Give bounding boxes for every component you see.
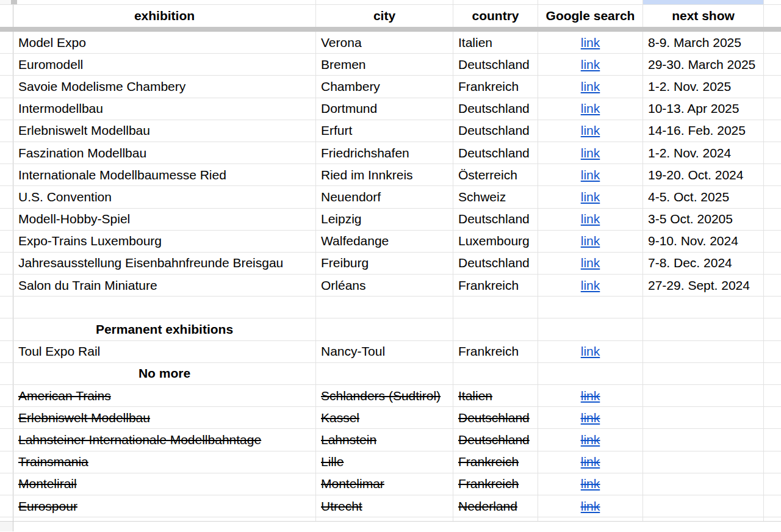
cell-country[interactable]: [453, 517, 538, 521]
cell-google-search[interactable]: link: [538, 275, 643, 296]
cell-city[interactable]: Friedrichshafen: [316, 142, 453, 164]
cell-exhibition[interactable]: American Trains: [13, 385, 316, 406]
google-search-link[interactable]: link: [581, 499, 600, 514]
cell-tail[interactable]: [764, 164, 781, 185]
cell-exhibition[interactable]: [17, 0, 316, 4]
cell-google-search[interactable]: [538, 363, 643, 384]
cell-country[interactable]: [453, 363, 538, 384]
cell-next-show[interactable]: [643, 341, 764, 362]
cell-city[interactable]: Chambery: [316, 76, 453, 97]
cell-next-show[interactable]: 3-5 Oct. 20205: [643, 209, 764, 230]
cell-exhibition[interactable]: Trainsmania: [13, 451, 316, 473]
cell-next-show[interactable]: [643, 495, 764, 517]
cell-country[interactable]: Luxembourg: [453, 231, 538, 252]
google-search-link[interactable]: link: [581, 79, 600, 94]
cell-next-show[interactable]: 7-8. Dec. 2024: [643, 253, 764, 274]
cell-tail[interactable]: [764, 32, 781, 53]
cell-exhibition[interactable]: Erlebniswelt Modellbau: [13, 120, 316, 142]
cell-next-show[interactable]: [643, 297, 764, 318]
cell-exhibition[interactable]: Toul Expo Rail: [13, 341, 316, 362]
cell-exhibition[interactable]: [13, 517, 316, 521]
cell-tail[interactable]: [764, 363, 781, 384]
google-search-link[interactable]: link: [581, 190, 600, 204]
cell-google-search[interactable]: link: [538, 164, 643, 185]
cell-google-search[interactable]: link: [538, 429, 643, 450]
cell-city[interactable]: Utrecht: [316, 495, 453, 517]
google-search-link[interactable]: link: [581, 123, 600, 138]
google-search-link[interactable]: link: [581, 455, 600, 469]
cell-google-search[interactable]: link: [538, 495, 643, 517]
cell-exhibition[interactable]: Internationale Modellbaumesse Ried: [13, 164, 316, 185]
cell-next-show[interactable]: 1-2. Nov. 2024: [643, 142, 764, 164]
cell-exhibition[interactable]: Lahnsteiner Internationale Modellbahntag…: [13, 429, 316, 450]
cell-city[interactable]: [316, 297, 453, 318]
cell-google-search[interactable]: link: [538, 341, 643, 362]
cell-next-show[interactable]: 9-10. Nov. 2024: [643, 231, 764, 252]
cell-country[interactable]: Deutschland: [453, 209, 538, 230]
cell-country[interactable]: [453, 297, 538, 318]
column-header-next-show[interactable]: next show: [643, 5, 764, 27]
cell-tail[interactable]: [764, 407, 781, 428]
column-header-exhibition[interactable]: exhibition: [13, 5, 316, 27]
cell-tail[interactable]: [764, 76, 781, 97]
cell-next-show[interactable]: 4-5. Oct. 2025: [643, 186, 764, 207]
cell-exhibition[interactable]: U.S. Convention: [13, 186, 316, 207]
cell-google-search[interactable]: link: [538, 385, 643, 406]
google-search-link[interactable]: link: [581, 389, 600, 403]
cell-city[interactable]: Freiburg: [316, 253, 453, 274]
cell-country[interactable]: Frankreich: [453, 275, 538, 296]
cell-next-show[interactable]: [643, 517, 764, 521]
cell-google-search[interactable]: link: [538, 54, 643, 75]
cell-city[interactable]: Schlanders (Sudtirol): [316, 385, 453, 406]
cell-tail[interactable]: [764, 120, 781, 142]
google-search-link[interactable]: link: [581, 146, 600, 160]
column-header-google-search[interactable]: Google search: [538, 5, 643, 27]
cell-tail[interactable]: [764, 209, 781, 230]
google-search-link[interactable]: link: [581, 168, 600, 182]
cell-google-search[interactable]: link: [538, 98, 643, 120]
cell-google-search[interactable]: link: [538, 209, 643, 230]
cell-city[interactable]: Lahnstein: [316, 429, 453, 450]
cell-next-show[interactable]: [643, 318, 764, 340]
cell-country[interactable]: Italien: [453, 32, 538, 53]
google-search-link[interactable]: link: [581, 101, 600, 116]
cell-next-show[interactable]: [643, 451, 764, 473]
cell-next-show[interactable]: [643, 429, 764, 450]
cell-city[interactable]: Verona: [316, 32, 453, 53]
cell-exhibition[interactable]: Montelirail: [13, 473, 316, 495]
cell-city[interactable]: Lille: [316, 451, 453, 473]
google-search-link[interactable]: link: [581, 433, 600, 447]
cell-city[interactable]: Walfedange: [316, 231, 453, 252]
cell-country[interactable]: Italien: [453, 385, 538, 406]
google-search-link[interactable]: link: [581, 212, 600, 226]
cell-next-show[interactable]: 8-9. March 2025: [643, 32, 764, 53]
cell-city[interactable]: [316, 363, 453, 384]
cell-google-search[interactable]: link: [538, 473, 643, 495]
google-search-link[interactable]: link: [581, 411, 600, 425]
cell-tail[interactable]: [764, 0, 781, 4]
cell-country[interactable]: Frankreich: [453, 76, 538, 97]
cell-google-search[interactable]: link: [538, 142, 643, 164]
cell-tail[interactable]: [764, 186, 781, 207]
cell-tail[interactable]: [764, 318, 781, 340]
cell-tail[interactable]: [764, 517, 781, 521]
cell-google-search[interactable]: [538, 297, 643, 318]
cell-next-show[interactable]: 27-29. Sept. 2024: [643, 275, 764, 296]
cell-country[interactable]: [453, 318, 538, 340]
cell-city[interactable]: Leipzig: [316, 209, 453, 230]
cell-google-search[interactable]: link: [538, 231, 643, 252]
cell-google-search[interactable]: [538, 517, 643, 521]
cell-google-search[interactable]: link: [538, 32, 643, 53]
cell-country[interactable]: Deutschland: [453, 120, 538, 142]
cell-tail[interactable]: [764, 275, 781, 296]
cell-tail[interactable]: [764, 451, 781, 473]
cell-google-search[interactable]: link: [538, 407, 643, 428]
cell-country[interactable]: Deutschland: [453, 253, 538, 274]
cell-city[interactable]: Erfurt: [316, 120, 453, 142]
google-search-link[interactable]: link: [581, 476, 600, 491]
cell-google-search[interactable]: link: [538, 451, 643, 473]
cell-tail[interactable]: [764, 54, 781, 75]
cell-google-search[interactable]: link: [538, 120, 643, 142]
cell-exhibition[interactable]: Intermodellbau: [13, 98, 316, 120]
cell-city[interactable]: Orléans: [316, 275, 453, 296]
